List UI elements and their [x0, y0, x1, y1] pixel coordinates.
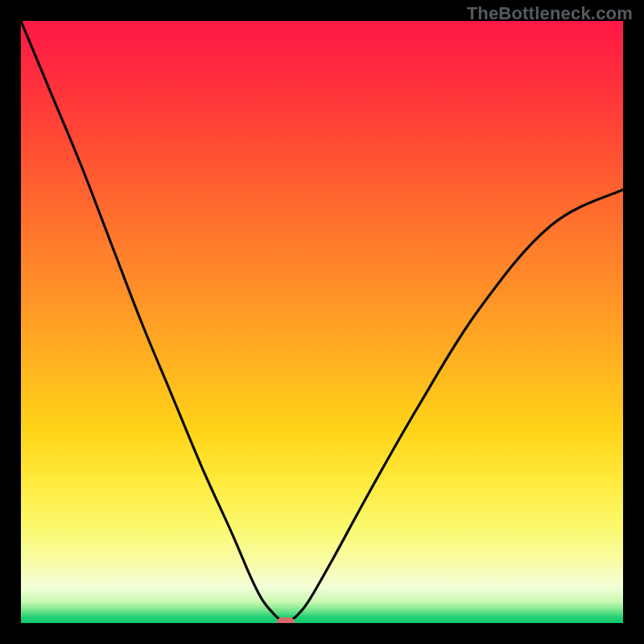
bottleneck-curve — [21, 21, 623, 623]
plot-area — [21, 21, 623, 623]
bottleneck-curve-path — [21, 21, 623, 622]
chart-frame: TheBottleneck.com — [0, 0, 644, 644]
watermark-text: TheBottleneck.com — [467, 3, 633, 24]
minimum-marker — [277, 617, 295, 624]
